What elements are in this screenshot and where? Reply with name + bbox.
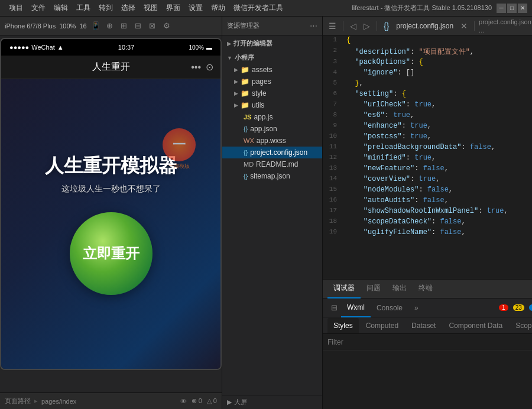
watermark-text: 一淘模版: [168, 163, 190, 170]
tab-more[interactable]: »: [408, 298, 424, 317]
utils-chevron: ▶: [234, 102, 238, 108]
big-screen-bar: ▶ 大屏: [222, 395, 322, 409]
sidebar-toggle-icon[interactable]: ☰: [326, 20, 339, 32]
phone-icon[interactable]: 📱: [90, 21, 101, 31]
tab-output[interactable]: 输出: [387, 280, 413, 298]
wechat-nav: 人生重开 ••• ⊙: [1, 56, 220, 79]
nav-fwd-icon[interactable]: ▷: [361, 20, 372, 32]
inner-tab-computed[interactable]: Computed: [360, 318, 404, 333]
inner-tab-styles[interactable]: Styles: [327, 318, 359, 333]
main-layout: iPhone 6/7/8 Plus 100% 16 📱 ⊕ ⊞ ⊟ ⊠ ⚙ ●●…: [0, 17, 532, 409]
tab-problems[interactable]: 问题: [361, 280, 387, 298]
window-controls: ─ □ ✕: [497, 4, 527, 13]
watermark: 一 一淘模版: [155, 128, 203, 176]
menu-select[interactable]: 选择: [117, 3, 140, 13]
menu-edit[interactable]: 编辑: [50, 3, 72, 13]
explorer-more-icon[interactable]: ⋯: [310, 21, 317, 30]
phone-device: ●●●●● WeChat ▲ 10:37 100% ▬ 人生重开 •••: [0, 38, 222, 370]
watermark-symbol: 一: [173, 136, 186, 154]
status-errors: ⊗ 0: [192, 397, 202, 405]
menu-view[interactable]: 视图: [140, 3, 162, 13]
app-subtitle-text: 这垃圾人生一秒也不想呆了: [61, 184, 161, 194]
inner-tab-dataset[interactable]: Dataset: [406, 318, 442, 333]
code-line-5: 5 },: [323, 79, 532, 89]
signal-dots: ●●●●●: [9, 44, 29, 51]
appjs-label: app.js: [254, 113, 273, 121]
style-folder-icon: 📁: [241, 89, 249, 98]
devtools-filter-icon[interactable]: ⊟: [327, 298, 341, 317]
editor-toolbar: ☰ ◁ ▷ {} project.config.json ✕ project.c…: [323, 17, 532, 35]
code-line-1: 1 {: [323, 35, 532, 46]
toolbar-sep-2: [377, 21, 377, 31]
restart-button[interactable]: 立即重开: [70, 212, 153, 295]
tree-item-projectconfig[interactable]: {} project.config.json: [222, 147, 322, 158]
tree-item-assets[interactable]: ▶ 📁 assets: [222, 64, 322, 76]
code-line-11: 11 "preloadBackgroundData": false,: [323, 142, 532, 153]
menu-tools[interactable]: 工具: [72, 3, 95, 13]
close-button[interactable]: ✕: [518, 4, 527, 13]
tree-item-utils[interactable]: ▶ 📁 utils: [222, 99, 322, 111]
grid-icon[interactable]: ⊠: [147, 21, 158, 31]
open-editors-label: 打开的编辑器: [233, 39, 273, 48]
inner-tab-component-data[interactable]: Component Data: [443, 318, 508, 333]
badge-warnings: 23: [513, 304, 524, 311]
menu-wechat-devtools[interactable]: 微信开发者工具: [229, 3, 287, 13]
menu-help[interactable]: 帮助: [207, 3, 229, 13]
app-title: liferestart - 微信开发者工具 Stable 1.05.210813…: [352, 4, 492, 12]
filter-input[interactable]: [327, 338, 532, 346]
tab-debugger[interactable]: 调试器: [327, 280, 361, 298]
editor-content[interactable]: 1 { 2 "description": "项目配置文件", 3 "packOp…: [323, 35, 532, 279]
readme-icon: MD: [244, 161, 254, 168]
project-header[interactable]: ▼ 小程序: [222, 51, 322, 64]
explorer-title: 资源管理器: [227, 21, 259, 30]
code-line-9: 9 "enhance": true,: [323, 121, 532, 132]
tree-item-readme[interactable]: MD README.md: [222, 158, 322, 170]
code-line-19: 19 "uglifyFileName": false,: [323, 228, 532, 238]
open-editors-chevron: ▶: [227, 41, 231, 47]
menu-interface[interactable]: 界面: [162, 3, 184, 13]
code-line-16: 16 "autoAudits": false,: [323, 196, 532, 206]
badge-info: 1: [529, 304, 532, 311]
inner-tab-scope-data[interactable]: Scope Data: [510, 318, 532, 333]
debug-tabs-bar: 调试器 问题 输出 终端 ─ ✕: [323, 280, 532, 298]
minimize-button[interactable]: ─: [497, 4, 506, 13]
menu-file[interactable]: 文件: [27, 3, 50, 13]
code-line-10: 10 "postcss": true,: [323, 132, 532, 142]
phone-status-bar: ●●●●● WeChat ▲ 10:37 100% ▬: [1, 39, 220, 56]
readme-label: README.md: [256, 160, 298, 168]
camera-icon[interactable]: ⊙: [206, 61, 213, 73]
nav-title: 人生重开: [92, 61, 130, 73]
tab-wxml[interactable]: Wxml: [341, 298, 371, 317]
tree-item-style[interactable]: ▶ 📁 style: [222, 87, 322, 99]
battery-icon: ▬: [206, 44, 212, 51]
rotate-icon[interactable]: ⊕: [105, 21, 115, 31]
toolbar-sep-1: [343, 21, 343, 31]
settings-icon[interactable]: ⚙: [161, 21, 172, 31]
maximize-button[interactable]: □: [507, 4, 517, 13]
tree-item-appwxss[interactable]: WX app.wxss: [222, 135, 322, 147]
menu-settings[interactable]: 设置: [184, 3, 207, 13]
zoom-icon[interactable]: ⊞: [119, 21, 129, 31]
open-editors-header[interactable]: ▶ 打开的编辑器: [222, 35, 322, 51]
menu-project[interactable]: 项目: [5, 3, 27, 13]
status-left: ●●●●● WeChat ▲: [9, 44, 64, 51]
code-line-15: 15 "nodeModules": false,: [323, 185, 532, 196]
file-tree: ▶ 打开的编辑器 ▼ 小程序 ▶ 📁 assets ▶: [222, 35, 322, 395]
wifi-icon[interactable]: ⊟: [133, 21, 144, 31]
tab-terminal[interactable]: 终端: [413, 280, 439, 298]
eye-icon[interactable]: 👁: [180, 398, 187, 405]
tree-item-sitemap[interactable]: {} sitemap.json: [222, 170, 322, 182]
toolbar-sep-3: [474, 21, 475, 31]
tree-item-appjson[interactable]: {} app.json: [222, 123, 322, 135]
nav-back-icon[interactable]: ◁: [348, 20, 359, 32]
carrier-label: WeChat: [31, 44, 55, 51]
tab-icon[interactable]: {}: [381, 20, 391, 32]
tab-console[interactable]: Console: [371, 298, 408, 317]
more-icon[interactable]: •••: [191, 62, 201, 73]
appwxss-icon: WX: [244, 137, 254, 144]
tab-close-icon[interactable]: ✕: [458, 20, 470, 32]
tree-item-appjs[interactable]: JS app.js: [222, 111, 322, 123]
phone-panel: iPhone 6/7/8 Plus 100% 16 📱 ⊕ ⊞ ⊟ ⊠ ⚙ ●●…: [0, 17, 222, 409]
tree-item-pages[interactable]: ▶ 📁 pages: [222, 76, 322, 87]
menu-goto[interactable]: 转到: [95, 3, 117, 13]
